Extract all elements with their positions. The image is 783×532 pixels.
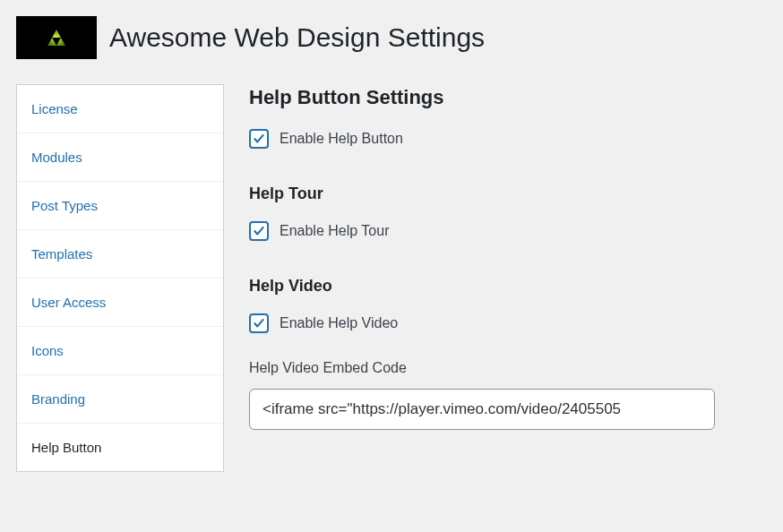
sidebar-item-help-button[interactable]: Help Button bbox=[17, 424, 223, 471]
sidebar-item-label: Help Button bbox=[31, 440, 101, 455]
enable-help-video-label: Enable Help Video bbox=[280, 315, 398, 331]
embed-code-input[interactable] bbox=[249, 389, 715, 430]
enable-help-button-row: Enable Help Button bbox=[249, 129, 767, 149]
sidebar-item-templates[interactable]: Templates bbox=[17, 230, 223, 279]
triforce-icon bbox=[47, 30, 65, 46]
page-header: Awesome Web Design Settings bbox=[0, 0, 783, 68]
sidebar-item-post-types[interactable]: Post Types bbox=[17, 182, 223, 230]
check-icon bbox=[253, 317, 265, 330]
sidebar-item-modules[interactable]: Modules bbox=[17, 133, 223, 182]
help-video-heading: Help Video bbox=[249, 277, 767, 296]
brand-logo bbox=[16, 16, 97, 59]
sidebar-item-label: Post Types bbox=[31, 198, 98, 213]
main-layout: License Modules Post Types Templates Use… bbox=[0, 68, 783, 488]
enable-help-video-checkbox[interactable] bbox=[249, 313, 269, 333]
embed-code-label: Help Video Embed Code bbox=[249, 360, 767, 376]
enable-help-tour-label: Enable Help Tour bbox=[280, 223, 389, 239]
sidebar-item-license[interactable]: License bbox=[17, 85, 223, 133]
page-title: Awesome Web Design Settings bbox=[109, 22, 485, 53]
settings-content: Help Button Settings Enable Help Button … bbox=[249, 84, 767, 472]
sidebar-item-label: Branding bbox=[31, 391, 85, 407]
help-tour-heading: Help Tour bbox=[249, 184, 767, 203]
sidebar-item-user-access[interactable]: User Access bbox=[17, 279, 223, 327]
enable-help-button-label: Enable Help Button bbox=[280, 131, 403, 147]
sidebar-item-label: Templates bbox=[31, 246, 92, 262]
sidebar-item-branding[interactable]: Branding bbox=[17, 375, 223, 424]
sidebar-item-icons[interactable]: Icons bbox=[17, 327, 223, 375]
settings-sidebar: License Modules Post Types Templates Use… bbox=[16, 84, 224, 472]
check-icon bbox=[253, 225, 265, 237]
sidebar-item-label: License bbox=[31, 101, 78, 116]
enable-help-tour-checkbox[interactable] bbox=[249, 221, 269, 241]
sidebar-item-label: Modules bbox=[31, 150, 82, 165]
sidebar-item-label: User Access bbox=[31, 295, 106, 310]
sidebar-item-label: Icons bbox=[31, 343, 64, 358]
check-icon bbox=[253, 133, 265, 145]
enable-help-video-row: Enable Help Video bbox=[249, 313, 767, 333]
enable-help-button-checkbox[interactable] bbox=[249, 129, 269, 149]
enable-help-tour-row: Enable Help Tour bbox=[249, 221, 767, 241]
help-button-settings-heading: Help Button Settings bbox=[249, 86, 767, 109]
